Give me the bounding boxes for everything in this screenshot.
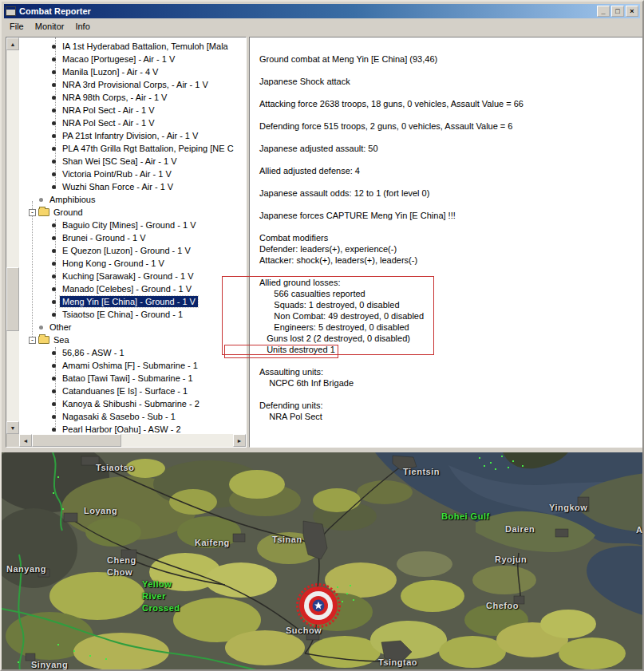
tree-item[interactable]: Other bbox=[20, 321, 246, 334]
tree-item-label: Other bbox=[47, 322, 74, 333]
tree-item[interactable]: Amami Oshima [F] - Submarine - 1 bbox=[20, 359, 246, 372]
bullet-icon bbox=[52, 300, 56, 304]
report-line: Japanese assault odds: 12 to 1 (fort lev… bbox=[259, 187, 636, 199]
tree-collapse-icon[interactable]: - bbox=[29, 337, 36, 344]
tree-item[interactable]: -Ground bbox=[20, 206, 246, 219]
report-line bbox=[259, 221, 636, 232]
tree-item[interactable]: Meng Yin [E China] - Ground - 1 V bbox=[20, 295, 246, 308]
tree-item-label: NRA Pol Sect - Air - 1 V bbox=[60, 117, 157, 128]
tree-item[interactable]: Kanoya & Shibushi - Submarine - 2 bbox=[20, 397, 246, 410]
tree-collapse-icon[interactable]: - bbox=[29, 209, 36, 216]
horizontal-scroll-thumb[interactable] bbox=[32, 434, 121, 447]
bullet-icon bbox=[52, 70, 56, 74]
menu-item-file[interactable]: File bbox=[4, 20, 30, 33]
tree-item[interactable]: NRA 3rd Provisional Corps, - Air - 1 V bbox=[20, 78, 246, 91]
tree-item[interactable]: NRA Pol Sect - Air - 1 V bbox=[20, 116, 246, 129]
bullet-icon bbox=[52, 236, 56, 240]
report-line bbox=[259, 65, 636, 76]
tree-item[interactable]: NRA Pol Sect - Air - 1 V bbox=[20, 104, 246, 116]
tree-item[interactable]: Batao [Tawi Tawi] - Submarine - 1 bbox=[20, 372, 246, 385]
map-label: Nanyang bbox=[6, 563, 46, 575]
map[interactable]: TsiaotsoTientsinLoyangYingkowBohei GulfD… bbox=[2, 452, 644, 671]
vertical-scroll-thumb[interactable] bbox=[6, 267, 19, 331]
window-title: Combat Reporter bbox=[19, 6, 597, 16]
scrollbar-corner bbox=[6, 434, 19, 447]
scroll-right-icon[interactable]: ► bbox=[233, 434, 246, 447]
tree-item-label: Amami Oshima [F] - Submarine - 1 bbox=[60, 360, 200, 371]
minimize-button[interactable]: _ bbox=[597, 6, 610, 17]
tree-item-label: Brunei - Ground - 1 V bbox=[60, 232, 148, 243]
app-icon bbox=[6, 6, 16, 16]
map-label: A bbox=[636, 524, 642, 536]
tree-item-label: Nagasaki & Sasebo - Sub - 1 bbox=[60, 411, 178, 422]
tree-item-label: Macao [Portugese] - Air - 1 V bbox=[60, 53, 177, 65]
tree-item[interactable]: Nagasaki & Sasebo - Sub - 1 bbox=[20, 410, 246, 423]
tree-item-label: Shan Wei [SC Sea] - Air - 1 V bbox=[60, 156, 179, 167]
bullet-icon bbox=[52, 160, 56, 164]
tree-item[interactable]: Tsiaotso [E China] - Ground - 1 bbox=[20, 308, 246, 321]
tree-item-label: NRA Pol Sect - Air - 1 V bbox=[60, 105, 157, 116]
map-label: Loyang bbox=[84, 505, 117, 517]
tree-item-label: PA 21st Infantry Division, - Air - 1 V bbox=[60, 130, 200, 141]
tree-item[interactable]: Kuching [Sarawak] - Ground - 1 V bbox=[20, 270, 246, 282]
map-label: Yingkow bbox=[549, 502, 587, 514]
report-line: Ground combat at Meng Yin [E China] (93,… bbox=[259, 53, 636, 65]
map-label: Tsiaotso bbox=[96, 462, 134, 474]
menu-item-monitor[interactable]: Monitor bbox=[30, 20, 70, 33]
tree-item[interactable]: Catanduanes [E Is] - Surface - 1 bbox=[20, 385, 246, 397]
report-line: Assaulting units: bbox=[259, 366, 636, 377]
maximize-button[interactable]: □ bbox=[611, 6, 624, 17]
bullet-icon bbox=[52, 313, 56, 317]
menu-item-info[interactable]: Info bbox=[69, 20, 95, 33]
tree-item-label: Kanoya & Shibushi - Submarine - 2 bbox=[60, 398, 202, 409]
report-line: Engineers: 5 destroyed, 0 disabled bbox=[259, 322, 636, 333]
tree-item[interactable]: PA 21st Infantry Division, - Air - 1 V bbox=[20, 129, 246, 142]
bullet-icon bbox=[52, 262, 56, 266]
tree-item[interactable]: Wuzhi Shan Force - Air - 1 V bbox=[20, 180, 246, 193]
tree-item[interactable]: Brunei - Ground - 1 V bbox=[20, 231, 246, 244]
title-bar[interactable]: Combat Reporter _ □ × bbox=[4, 4, 640, 18]
report-line: Attacking force 2638 troops, 18 guns, 0 … bbox=[259, 98, 636, 109]
tree-item[interactable]: Manado [Celebes] - Ground - 1 V bbox=[20, 282, 246, 295]
tree-item[interactable]: Amphibious bbox=[20, 193, 246, 206]
tree-item[interactable]: 56,86 - ASW - 1 bbox=[20, 346, 246, 359]
tree-item[interactable]: -Sea bbox=[20, 334, 246, 346]
tree-item-label: Tsiaotso [E China] - Ground - 1 bbox=[60, 309, 185, 320]
tree-item[interactable]: Hong Kong - Ground - 1 V bbox=[20, 257, 246, 270]
tree-item[interactable]: PLA 47th Grilla Rgt Battalion, Peiping [… bbox=[20, 142, 246, 155]
report-line: Japanese adjusted assault: 50 bbox=[259, 143, 636, 154]
bullet-icon bbox=[52, 96, 56, 100]
tree-item[interactable]: E Quezon [Luzon] - Ground - 1 V bbox=[20, 244, 246, 257]
tree-item-label: PLA 47th Grilla Rgt Battalion, Peiping [… bbox=[60, 143, 236, 154]
tree-item-label: Meng Yin [E China] - Ground - 1 V bbox=[60, 296, 198, 307]
bullet-icon bbox=[52, 389, 56, 393]
tree-item-label: IA 1st Hyderabad Battalion, Temuloh [Mal… bbox=[60, 41, 231, 52]
tree-item[interactable]: Macao [Portugese] - Air - 1 V bbox=[20, 53, 246, 65]
map-label: Sinyang bbox=[31, 659, 68, 671]
report-line bbox=[259, 132, 636, 143]
report-line: Japanese Shock attack bbox=[259, 76, 636, 87]
map-labels: TsiaotsoTientsinLoyangYingkowBohei GulfD… bbox=[2, 452, 644, 671]
tree-item[interactable]: Pearl Harbor [Oahu] - ASW - 2 bbox=[20, 423, 246, 434]
tree-item[interactable]: Baguio City [Mines] - Ground - 1 V bbox=[20, 219, 246, 231]
tree-item-label: NRA 98th Corps, - Air - 1 V bbox=[60, 92, 169, 103]
scroll-up-icon[interactable]: ▲ bbox=[6, 37, 19, 50]
report-line bbox=[259, 87, 636, 98]
tree-item[interactable]: Victoria Point/Rub - Air - 1 V bbox=[20, 168, 246, 180]
tree-item[interactable]: Manila [Luzon] - Air - 4 V bbox=[20, 65, 246, 78]
combat-report-panel: Ground combat at Meng Yin [E China] (93,… bbox=[249, 37, 643, 448]
folder-icon bbox=[38, 208, 49, 216]
tree-horizontal-scrollbar[interactable]: ◄ ► bbox=[19, 434, 246, 447]
map-label: Cheng Chow bbox=[107, 555, 136, 578]
map-label: Tientsin bbox=[403, 466, 440, 478]
tree-item-label: 56,86 - ASW - 1 bbox=[60, 347, 127, 358]
scroll-down-icon[interactable]: ▼ bbox=[6, 421, 19, 434]
tree-item[interactable]: IA 1st Hyderabad Battalion, Temuloh [Mal… bbox=[20, 40, 246, 53]
close-button[interactable]: × bbox=[626, 6, 638, 17]
tree-vertical-scrollbar[interactable]: ▲ ▼ bbox=[6, 37, 19, 434]
tree-item[interactable]: Shan Wei [SC Sea] - Air - 1 V bbox=[20, 155, 246, 168]
tree-item-label: Sea bbox=[51, 334, 72, 345]
tree-item[interactable]: NRA 98th Corps, - Air - 1 V bbox=[20, 91, 246, 104]
bullet-icon bbox=[39, 198, 43, 202]
scroll-left-icon[interactable]: ◄ bbox=[19, 434, 32, 447]
